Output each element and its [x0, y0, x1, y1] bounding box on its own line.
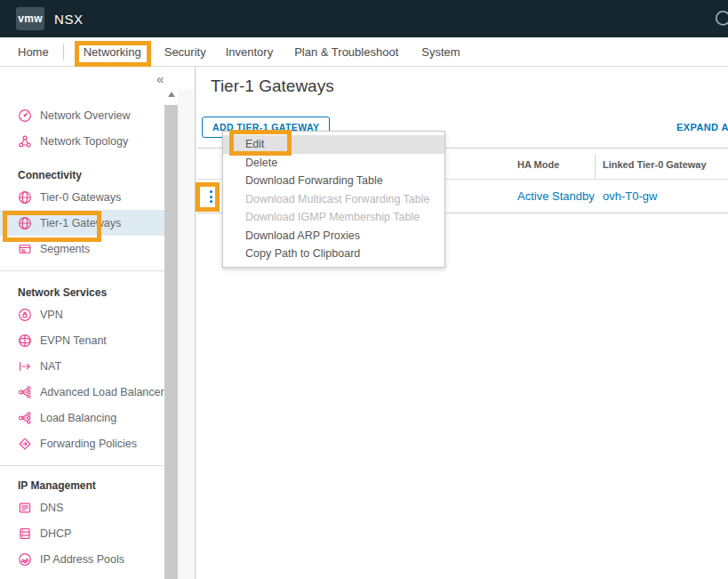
ip-pools-icon [18, 552, 32, 567]
menu-item-delete[interactable]: Delete [223, 154, 444, 173]
sidebar-item-label: Network Overview [40, 109, 130, 122]
load-balancer-icon [18, 411, 32, 425]
sidebar-item-evpn-tenant[interactable]: EVPN Tenant [0, 327, 164, 353]
sidebar-item-label: VPN [40, 309, 63, 321]
primary-nav: Home Networking Security Inventory Plan … [0, 37, 728, 67]
sidebar-item-label: IP Address Pools [40, 553, 124, 566]
row-kebab-menu-button[interactable] [205, 187, 216, 206]
sidebar-item-network-overview[interactable]: Network Overview [0, 102, 164, 128]
sidebar-item-dhcp[interactable]: DHCP [0, 520, 164, 546]
segments-icon [18, 242, 32, 256]
tab-security[interactable]: Security [164, 45, 206, 59]
sidebar-section-connectivity: Connectivity [0, 166, 164, 184]
sidebar-scroll-gutter [178, 89, 195, 579]
sidebar-item-label: Forwarding Policies [40, 438, 137, 450]
gateway-icon [18, 190, 32, 205]
tab-divider [63, 44, 64, 60]
sidebar-item-ip-address-pools[interactable]: IP Address Pools [0, 546, 164, 572]
sidebar-item-network-topology[interactable]: Network Topology [0, 128, 164, 154]
page-title: Tier-1 Gateways [211, 76, 334, 96]
sidebar-nav: Network Overview Network Topology Connec… [0, 102, 164, 572]
column-header-ha-mode[interactable]: HA Mode [517, 159, 559, 170]
vpn-icon [18, 308, 32, 322]
sidebar-item-label: Segments [40, 243, 90, 255]
sidebar-section-network-services: Network Services [0, 284, 164, 302]
globe-icon [18, 334, 32, 348]
menu-item-edit[interactable]: Edit [223, 135, 444, 154]
menu-item-download-igmp-membership-table: Download IGMP Membership Table [223, 208, 444, 227]
menu-item-download-multicast-forwarding-table: Download Multicast Forwarding Table [223, 190, 444, 209]
topology-icon [18, 134, 32, 149]
row-actions-context-menu: Edit Delete Download Forwarding Table Do… [222, 131, 445, 268]
sidebar-item-forwarding-policies[interactable]: Forwarding Policies [0, 430, 164, 456]
scrollbar-up-arrow-icon[interactable] [168, 92, 175, 97]
sidebar-item-label: EVPN Tenant [40, 334, 107, 347]
sidebar-scrollbar-thumb[interactable] [164, 105, 178, 579]
tab-home[interactable]: Home [18, 45, 49, 59]
gauge-icon [18, 109, 32, 123]
sidebar-item-label: DHCP [40, 527, 71, 540]
collapse-sidebar-icon[interactable]: « [156, 71, 164, 86]
column-header-linked-tier0-gateway[interactable]: Linked Tier-0 Gateway [603, 159, 707, 170]
sidebar-item-label: Advanced Load Balancer [40, 386, 164, 398]
tab-system[interactable]: System [421, 45, 460, 59]
menu-item-download-arp-proxies[interactable]: Download ARP Proxies [223, 227, 444, 245]
product-name: NSX [54, 12, 84, 27]
nsx-app-window: vmw NSX Home Networking Security Invento… [0, 0, 728, 579]
sidebar: « Network Overview Network Topology Conn… [0, 67, 196, 579]
sidebar-item-vpn[interactable]: VPN [0, 302, 164, 327]
search-icon[interactable] [713, 8, 728, 31]
sidebar-item-label: Network Topology [40, 135, 128, 148]
sidebar-item-segments[interactable]: Segments [0, 236, 164, 261]
expand-all-link[interactable]: EXPAND ALL [676, 122, 728, 133]
sidebar-item-tier0-gateways[interactable]: Tier-0 Gateways [0, 184, 164, 210]
sidebar-divider [0, 270, 164, 271]
linked-tier0-gateway-link[interactable]: ovh-T0-gw [603, 189, 657, 203]
menu-item-download-forwarding-table[interactable]: Download Forwarding Table [223, 172, 444, 190]
sidebar-item-label: DNS [40, 502, 63, 514]
nat-icon [18, 359, 32, 374]
tab-networking[interactable]: Networking [84, 45, 141, 59]
sidebar-item-advanced-load-balancer[interactable]: Advanced Load Balancer [0, 379, 164, 405]
app-header: vmw NSX [0, 0, 728, 37]
tab-inventory[interactable]: Inventory [226, 45, 273, 59]
sidebar-item-load-balancing[interactable]: Load Balancing [0, 405, 164, 430]
sidebar-divider [0, 465, 164, 466]
load-balancer-icon [18, 385, 32, 399]
dns-icon [18, 501, 32, 515]
sidebar-item-label: Load Balancing [40, 412, 116, 424]
ha-mode-link[interactable]: Active Standby [517, 189, 595, 203]
sidebar-item-tier1-gateways[interactable]: Tier-1 Gateways [0, 210, 164, 236]
sidebar-section-ip-management: IP Management [0, 477, 164, 495]
column-divider [595, 154, 596, 180]
tab-plan-troubleshoot[interactable]: Plan & Troubleshoot [294, 45, 398, 59]
gateway-icon [18, 216, 32, 230]
dhcp-icon [18, 527, 32, 541]
sidebar-item-nat[interactable]: NAT [0, 353, 164, 379]
sidebar-item-dns[interactable]: DNS [0, 495, 164, 520]
sidebar-item-label: NAT [40, 360, 61, 373]
menu-item-copy-path-to-clipboard[interactable]: Copy Path to Clipboard [223, 245, 444, 263]
sidebar-item-label: Tier-0 Gateways [40, 191, 121, 204]
sidebar-item-label: Tier-1 Gateways [40, 217, 121, 229]
vmware-logo[interactable]: vmw [16, 7, 44, 30]
forwarding-policies-icon [18, 437, 32, 451]
